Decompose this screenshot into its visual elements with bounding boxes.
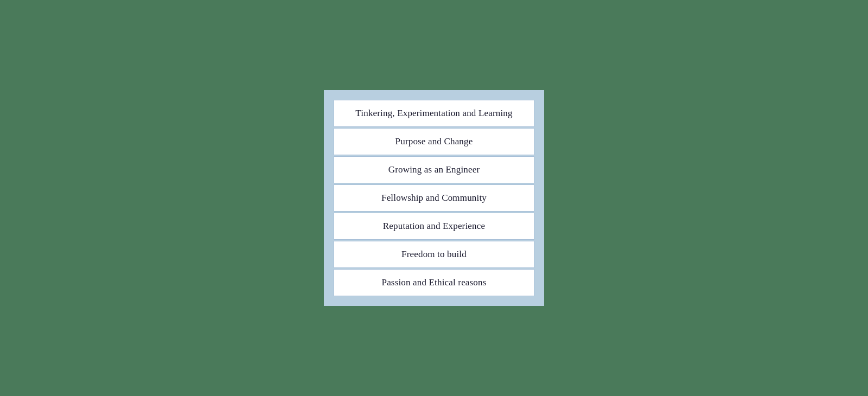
card-container: Tinkering, Experimentation and LearningP… xyxy=(328,94,540,302)
list-item: Reputation and Experience xyxy=(334,213,534,240)
list-item: Growing as an Engineer xyxy=(334,156,534,183)
list-item: Passion and Ethical reasons xyxy=(334,269,534,296)
list-item: Fellowship and Community xyxy=(334,184,534,212)
list-item: Freedom to build xyxy=(334,241,534,268)
list-item: Purpose and Change xyxy=(334,128,534,155)
outer-wrapper: Tinkering, Experimentation and LearningP… xyxy=(324,90,544,306)
list-item: Tinkering, Experimentation and Learning xyxy=(334,100,534,127)
